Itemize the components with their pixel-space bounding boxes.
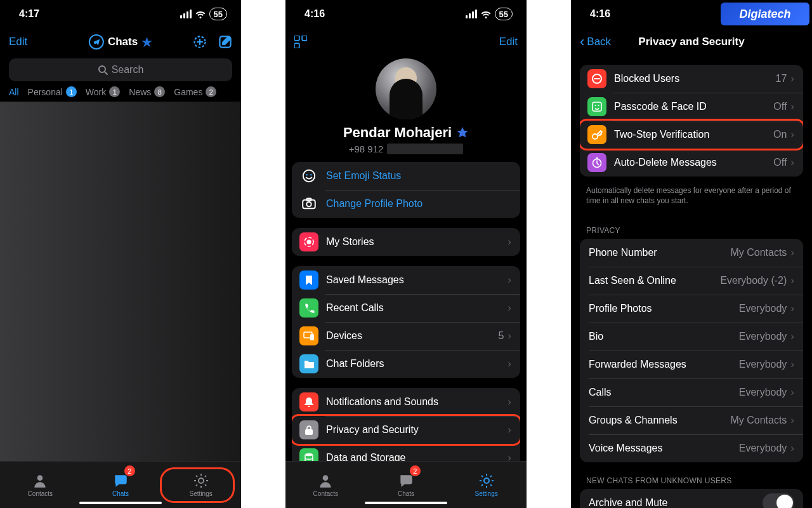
cell-profile-photos[interactable]: Profile PhotosEverybody› [580,295,803,323]
cell-two-step-verification[interactable]: Two-Step VerificationOn› [580,121,803,149]
my-stories[interactable]: My Stories › [292,228,520,256]
cell-devices[interactable]: Devices5› [292,322,520,350]
cell-recent-calls[interactable]: Recent Calls› [292,294,520,322]
screen-privacy: Digiatech 4:16 ‹ Back Privacy and Securi… [571,0,812,508]
back-button[interactable]: ‹ Back [580,34,611,50]
chevron-right-icon: › [508,358,511,370]
cell-data-and-storage[interactable]: Data and Storage› [292,444,520,461]
cell-auto-delete-messages[interactable]: Auto-Delete MessagesOff› [580,149,803,177]
privacy-header: Privacy [572,217,811,239]
cell-groups-channels[interactable]: Groups & ChannelsMy Contacts› [580,406,803,434]
star-icon: ★ [141,35,152,50]
smile-icon [299,166,318,185]
cell-saved-messages[interactable]: Saved Messages› [292,266,520,294]
wifi-icon [481,10,491,18]
chevron-right-icon: › [508,330,511,342]
tab-bar: Contacts Chats 2 Settings [285,461,527,508]
brand-logo: Digiatech [721,3,809,25]
star-icon [456,126,469,139]
compose-icon[interactable] [218,35,232,49]
clock: 4:17 [19,8,39,20]
new-chat-icon[interactable] [193,35,207,49]
cell-forwarded-messages[interactable]: Forwarded MessagesEverybody› [580,351,803,378]
block-icon [587,69,606,88]
edit-button[interactable]: Edit [9,36,27,48]
archive-switch[interactable] [763,493,794,508]
tab-settings[interactable]: Settings [446,462,527,508]
security-group: Blocked Users17›Passcode & Face IDOff›Tw… [580,65,803,177]
filter-personal[interactable]: Personal1 [28,86,77,97]
cell-privacy-and-security[interactable]: Privacy and Security› [292,416,520,444]
nav-bar: Edit [285,28,527,56]
chevron-left-icon: ‹ [580,34,584,50]
archive-and-mute[interactable]: Archive and Mute [580,489,803,508]
filter-all[interactable]: All [9,87,19,97]
profile-name: Pendar Mohajeri [285,124,527,141]
edit-button[interactable]: Edit [499,36,518,48]
contacts-icon [317,472,334,489]
cell-chat-folders[interactable]: Chat Folders› [292,350,520,378]
cell-passcode-face-id[interactable]: Passcode & Face IDOff› [580,93,803,121]
chevron-right-icon: › [790,274,794,287]
timer-icon [587,153,606,172]
cell-blocked-users[interactable]: Blocked Users17› [580,65,803,93]
gear-icon [478,472,495,489]
phone-icon [299,298,318,318]
change-profile-photo[interactable]: Change Profile Photo [292,190,520,218]
battery-indicator: 55 [209,8,227,20]
chevron-right-icon: › [508,424,511,436]
chevron-right-icon: › [790,414,794,427]
telegram-icon [89,34,104,50]
chevron-right-icon: › [790,358,794,371]
filter-news[interactable]: News8 [129,86,165,97]
qr-icon[interactable] [294,36,307,48]
folder-icon [299,354,318,373]
camera-icon [299,194,318,213]
signal-icon [180,10,192,18]
stories-group: My Stories › [292,228,520,256]
screen-chats: 4:17 55 Edit Chats ★ Search AllPersonal1… [0,0,241,508]
filter-work[interactable]: Work1 [86,86,120,97]
tab-bar: Contacts Chats 2 Settings [0,461,241,508]
home-indicator [79,502,162,504]
chevron-right-icon: › [790,72,794,85]
clock: 4:16 [590,8,610,20]
devices-icon [299,326,318,345]
screen-settings: 4:16 55 Edit Pendar Mohajeri +98 912 Set… [285,0,527,508]
data-icon [299,448,318,461]
chevron-right-icon: › [790,100,794,113]
page-title: Chats [108,36,138,48]
search-input[interactable]: Search [9,58,232,81]
status-bar: 4:17 55 [0,0,241,28]
filter-games[interactable]: Games2 [174,86,216,97]
chevron-right-icon: › [508,236,511,248]
set-emoji-status[interactable]: Set Emoji Status [292,162,520,190]
cell-notifications-and-sounds[interactable]: Notifications and Sounds› [292,388,520,416]
battery-indicator: 55 [495,8,513,20]
wifi-icon [195,10,206,18]
nav-bar: Edit Chats ★ [0,28,241,56]
page-title: Privacy and Security [638,36,744,48]
tab-settings[interactable]: Settings [160,462,241,508]
cell-phone-number[interactable]: Phone NumberMy Contacts› [580,239,803,267]
cell-voice-messages[interactable]: Voice MessagesEverybody› [580,434,803,462]
key-icon [587,125,606,144]
security-footer: Automatically delete messages for everyo… [572,182,811,217]
cell-calls[interactable]: CallsEverybody› [580,378,803,406]
avatar[interactable] [376,58,436,119]
chevron-right-icon: › [790,386,794,399]
chevron-right-icon: › [790,302,794,315]
clock: 4:16 [304,8,325,20]
cell-bio[interactable]: BioEverybody› [580,323,803,351]
chevron-right-icon: › [790,156,794,169]
tab-contacts[interactable]: Contacts [285,462,366,508]
chevron-right-icon: › [790,246,794,259]
cell-last-seen-online[interactable]: Last Seen & OnlineEverybody (-2)› [580,267,803,295]
phone-redacted [387,144,463,154]
chevron-right-icon: › [508,451,511,461]
stories-icon [299,232,318,251]
profile-phone: +98 912 [285,144,527,154]
tab-contacts[interactable]: Contacts [0,462,81,508]
privacy-group: Phone NumberMy Contacts›Last Seen & Onli… [580,239,803,462]
signal-icon [466,10,477,18]
